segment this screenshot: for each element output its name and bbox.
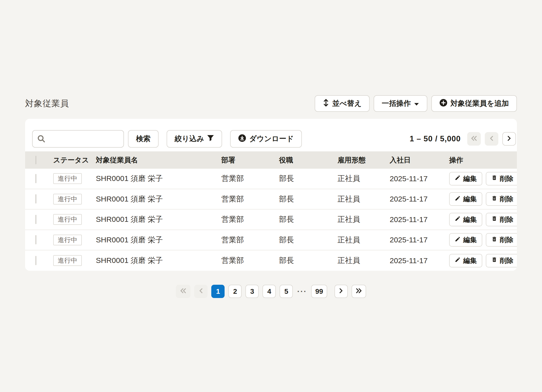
edit-button-label: 編集 — [463, 194, 477, 204]
delete-button[interactable]: 削除 — [486, 192, 517, 206]
position-cell: 部長 — [279, 255, 337, 266]
caret-down-icon — [414, 100, 419, 108]
page-button-4[interactable]: 4 — [262, 285, 276, 298]
chevron-right-icon — [339, 287, 343, 296]
chevron-left-icon — [199, 287, 203, 296]
delete-button[interactable]: 削除 — [486, 254, 517, 267]
delete-button-label: 削除 — [500, 215, 513, 224]
page-button-3[interactable]: 3 — [245, 285, 259, 298]
trash-icon — [491, 236, 497, 244]
download-button-label: ダウンロード — [249, 134, 294, 144]
row-checkbox[interactable] — [35, 174, 36, 183]
employee-name-cell: SHR0001 須磨 栄子 — [96, 173, 221, 184]
table-row: 進行中 SHR0001 須磨 栄子 営業部 部長 正社員 2025-11-17 … — [25, 250, 517, 271]
table-header-row: ステータス 対象従業員名 部署 役職 雇用形態 入社日 操作 — [25, 151, 517, 169]
pencil-icon — [455, 175, 461, 182]
column-header-hire-date: 入社日 — [390, 155, 449, 165]
trash-icon — [491, 195, 497, 203]
position-cell: 部長 — [279, 214, 337, 225]
pagination-ellipsis: ··· — [297, 287, 307, 296]
add-employee-button[interactable]: 対象従業員を追加 — [431, 95, 517, 112]
prev-page-button[interactable] — [194, 285, 208, 298]
status-badge: 進行中 — [53, 214, 82, 225]
first-page-button[interactable] — [176, 285, 190, 298]
edit-button[interactable]: 編集 — [449, 172, 482, 185]
column-header-employment: 雇用形態 — [337, 155, 390, 165]
row-checkbox[interactable] — [35, 194, 36, 204]
employee-name-cell: SHR0001 須磨 栄子 — [96, 194, 221, 204]
edit-button[interactable]: 編集 — [449, 213, 482, 226]
hire-date-cell: 2025-11-17 — [390, 195, 449, 203]
sort-button[interactable]: 並べ替え — [315, 95, 370, 112]
hire-date-cell: 2025-11-17 — [390, 174, 449, 183]
filter-button-label: 絞り込み — [175, 134, 204, 144]
sort-button-label: 並べ替え — [332, 99, 362, 109]
department-cell: 営業部 — [221, 255, 279, 266]
hire-date-cell: 2025-11-17 — [390, 236, 449, 244]
next-page-button[interactable] — [334, 285, 348, 298]
edit-button-label: 編集 — [463, 215, 477, 224]
last-page-button[interactable] — [352, 285, 366, 298]
edit-button[interactable]: 編集 — [449, 192, 482, 206]
select-all-checkbox[interactable] — [35, 156, 36, 164]
column-header-position: 役職 — [279, 155, 337, 165]
row-checkbox[interactable] — [35, 256, 36, 265]
double-chevron-right-icon — [356, 287, 362, 296]
header-actions: 並べ替え 一括操作 対象従業員を追加 — [315, 95, 517, 112]
delete-button-label: 削除 — [500, 194, 513, 204]
pencil-icon — [455, 257, 461, 264]
filter-button[interactable]: 絞り込み — [167, 130, 222, 148]
page-button-99[interactable]: 99 — [311, 285, 327, 298]
download-circle-icon — [238, 134, 246, 144]
double-chevron-left-icon — [471, 135, 477, 142]
employee-name-cell: SHR0001 須磨 栄子 — [96, 214, 221, 225]
result-range: 1 – 50 / 5,000 — [410, 134, 461, 143]
status-badge: 進行中 — [53, 173, 82, 184]
column-header-name: 対象従業員名 — [96, 155, 221, 165]
trash-icon — [491, 216, 497, 223]
delete-button-label: 削除 — [500, 174, 513, 183]
row-checkbox[interactable] — [35, 235, 36, 244]
table-row: 進行中 SHR0001 須磨 栄子 営業部 部長 正社員 2025-11-17 … — [25, 169, 517, 189]
edit-button[interactable]: 編集 — [449, 233, 482, 247]
employment-cell: 正社員 — [337, 214, 390, 225]
edit-button[interactable]: 編集 — [449, 254, 482, 267]
search-input[interactable] — [32, 130, 124, 148]
page-header: 対象従業員 並べ替え 一括操作 対象従業員を追加 — [25, 95, 517, 112]
search-box — [32, 130, 124, 148]
employment-cell: 正社員 — [337, 235, 390, 245]
delete-button[interactable]: 削除 — [486, 233, 517, 247]
search-button[interactable]: 検索 — [128, 130, 159, 148]
status-badge: 進行中 — [53, 194, 82, 205]
page-button-2[interactable]: 2 — [228, 285, 242, 298]
department-cell: 営業部 — [221, 235, 279, 245]
first-page-button-top[interactable] — [467, 132, 481, 146]
add-employee-button-label: 対象従業員を追加 — [450, 99, 509, 109]
delete-button[interactable]: 削除 — [486, 213, 517, 226]
edit-button-label: 編集 — [463, 256, 477, 265]
row-checkbox[interactable] — [35, 215, 36, 224]
filter-funnel-icon — [207, 135, 214, 143]
trash-icon — [491, 257, 497, 264]
position-cell: 部長 — [279, 194, 337, 204]
table-toolbar: 検索 絞り込み ダウンロード 1 – 50 / 5,000 — [25, 119, 517, 151]
table-row: 進行中 SHR0001 須磨 栄子 営業部 部長 正社員 2025-11-17 … — [25, 230, 517, 251]
bulk-actions-button[interactable]: 一括操作 — [374, 95, 427, 112]
pagination-bar: 1 2 3 4 5 ··· 99 — [0, 285, 542, 298]
delete-button-label: 削除 — [500, 256, 513, 265]
pencil-icon — [455, 195, 461, 203]
download-button[interactable]: ダウンロード — [230, 130, 302, 148]
delete-button[interactable]: 削除 — [486, 172, 517, 185]
employment-cell: 正社員 — [337, 194, 390, 204]
employee-table-card: 検索 絞り込み ダウンロード 1 – 50 / 5,000 — [25, 119, 517, 271]
next-page-button-top[interactable] — [502, 132, 516, 146]
page-button-1[interactable]: 1 — [211, 285, 225, 298]
page-button-5[interactable]: 5 — [280, 285, 293, 298]
position-cell: 部長 — [279, 173, 337, 184]
department-cell: 営業部 — [221, 194, 279, 204]
search-button-label: 検索 — [136, 134, 151, 144]
employee-name-cell: SHR0001 須磨 栄子 — [96, 235, 221, 245]
page-title: 対象従業員 — [25, 98, 69, 109]
prev-page-button-top[interactable] — [485, 132, 498, 146]
edit-button-label: 編集 — [463, 235, 477, 244]
